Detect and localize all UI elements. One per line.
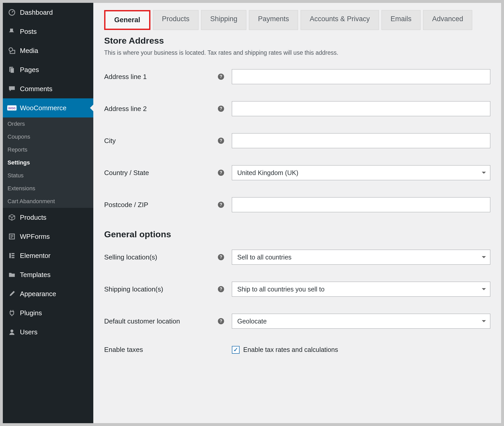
label-city: City — [104, 137, 218, 145]
row-selling-locations: Selling location(s) ? Sell to all countr… — [104, 250, 490, 265]
help-icon[interactable]: ? — [218, 106, 224, 112]
tab-advanced[interactable]: Advanced — [423, 10, 472, 30]
sidebar-item-label: Appearance — [20, 290, 56, 298]
help-icon[interactable]: ? — [218, 318, 224, 324]
checkbox-enable-taxes[interactable]: ✓ — [232, 346, 240, 354]
box-icon — [7, 213, 16, 222]
svg-rect-3 — [10, 68, 14, 73]
sidebar-item-media[interactable]: Media — [3, 41, 93, 60]
sidebar-item-templates[interactable]: Templates — [3, 265, 93, 284]
comment-icon — [7, 84, 16, 93]
checkbox-enable-taxes-wrapper[interactable]: ✓ Enable tax rates and calculations — [232, 346, 490, 354]
label-country: Country / State — [104, 169, 218, 177]
label-default-customer-location: Default customer location — [104, 317, 218, 325]
svg-point-1 — [9, 48, 13, 51]
label-enable-taxes: Enable taxes — [104, 346, 218, 354]
select-selling-locations[interactable]: Sell to all countries — [232, 250, 490, 265]
select-selling-value: Sell to all countries — [237, 254, 292, 261]
pin-icon — [7, 27, 16, 36]
help-icon[interactable]: ? — [218, 74, 224, 80]
sidebar-item-appearance[interactable]: Appearance — [3, 284, 93, 303]
chevron-down-icon — [482, 256, 486, 258]
sidebar-item-products[interactable]: Products — [3, 208, 93, 227]
row-enable-taxes: Enable taxes ✓ Enable tax rates and calc… — [104, 346, 490, 354]
sidebar-item-label: Posts — [20, 28, 37, 36]
checkbox-enable-taxes-label: Enable tax rates and calculations — [243, 346, 338, 353]
submenu-item-cart-abandonment[interactable]: Cart Abandonment — [3, 195, 93, 208]
sidebar-item-wpforms[interactable]: WPForms — [3, 227, 93, 246]
user-icon — [7, 328, 16, 336]
tab-emails[interactable]: Emails — [381, 10, 421, 30]
tab-products[interactable]: Products — [153, 10, 199, 30]
store-address-desc: This is where your business is located. … — [104, 49, 490, 56]
help-icon[interactable]: ? — [218, 138, 224, 144]
chevron-down-icon — [482, 288, 486, 290]
help-icon[interactable]: ? — [218, 202, 224, 208]
media-icon — [7, 46, 16, 55]
select-country[interactable]: United Kingdom (UK) — [232, 165, 490, 180]
sidebar-item-label: WooCommerce — [20, 104, 66, 112]
tab-payments[interactable]: Payments — [249, 10, 298, 30]
sidebar-item-pages[interactable]: Pages — [3, 60, 93, 79]
admin-sidebar: Dashboard Posts Media Pages Comments woo… — [3, 3, 93, 423]
sidebar-item-users[interactable]: Users — [3, 322, 93, 342]
dashboard-icon — [7, 8, 16, 17]
submenu-item-orders[interactable]: Orders — [3, 117, 93, 130]
sidebar-item-label: Comments — [20, 85, 52, 93]
sidebar-item-elementor[interactable]: Elementor — [3, 246, 93, 265]
select-default-value: Geolocate — [237, 318, 267, 325]
select-shipping-value: Ship to all countries you sell to — [237, 286, 325, 293]
sidebar-item-label: Pages — [20, 66, 39, 74]
svg-point-9 — [10, 329, 13, 332]
sidebar-item-plugins[interactable]: Plugins — [3, 303, 93, 322]
sidebar-item-comments[interactable]: Comments — [3, 79, 93, 98]
label-shipping-locations: Shipping location(s) — [104, 285, 218, 293]
brush-icon — [7, 289, 16, 298]
svg-rect-7 — [12, 255, 14, 256]
sidebar-item-label: Plugins — [20, 309, 42, 317]
woocommerce-submenu: Orders Coupons Reports Settings Status E… — [3, 117, 93, 208]
input-address2[interactable] — [232, 101, 490, 116]
sidebar-item-posts[interactable]: Posts — [3, 22, 93, 41]
svg-rect-6 — [12, 253, 14, 254]
sidebar-item-label: Templates — [20, 271, 51, 279]
help-icon[interactable]: ? — [218, 170, 224, 176]
form-icon — [7, 232, 16, 241]
pages-icon — [7, 65, 16, 74]
svg-rect-5 — [9, 253, 11, 258]
sidebar-item-woocommerce[interactable]: woo WooCommerce — [3, 98, 93, 117]
submenu-item-status[interactable]: Status — [3, 169, 93, 182]
settings-main: General Products Shipping Payments Accou… — [93, 3, 501, 423]
tab-accounts-privacy[interactable]: Accounts & Privacy — [301, 10, 379, 30]
submenu-item-extensions[interactable]: Extensions — [3, 182, 93, 195]
select-country-value: United Kingdom (UK) — [237, 169, 298, 177]
chevron-down-icon — [482, 172, 486, 174]
submenu-item-settings[interactable]: Settings — [3, 156, 93, 169]
select-shipping-locations[interactable]: Ship to all countries you sell to — [232, 282, 490, 297]
sidebar-item-label: Elementor — [20, 252, 51, 260]
help-icon[interactable]: ? — [218, 254, 224, 260]
row-address1: Address line 1 ? — [104, 69, 490, 84]
submenu-item-reports[interactable]: Reports — [3, 143, 93, 156]
select-default-customer-location[interactable]: Geolocate — [232, 314, 490, 329]
label-address2: Address line 2 — [104, 105, 218, 113]
chevron-down-icon — [482, 320, 486, 322]
input-city[interactable] — [232, 133, 490, 148]
sidebar-item-label: WPForms — [20, 233, 50, 241]
label-postcode: Postcode / ZIP — [104, 201, 218, 209]
help-icon[interactable]: ? — [218, 286, 224, 292]
row-shipping-locations: Shipping location(s) ? Ship to all count… — [104, 282, 490, 297]
input-address1[interactable] — [232, 69, 490, 84]
plug-icon — [7, 309, 16, 317]
woo-icon: woo — [7, 104, 16, 112]
sidebar-item-dashboard[interactable]: Dashboard — [3, 3, 93, 22]
label-address1: Address line 1 — [104, 73, 218, 81]
elementor-icon — [7, 251, 16, 260]
sidebar-item-label: Dashboard — [20, 9, 53, 17]
tab-shipping[interactable]: Shipping — [201, 10, 246, 30]
submenu-item-coupons[interactable]: Coupons — [3, 130, 93, 143]
sidebar-item-label: Users — [20, 328, 37, 336]
sidebar-item-label: Products — [20, 214, 47, 222]
input-postcode[interactable] — [232, 197, 490, 212]
tab-general[interactable]: General — [104, 10, 150, 30]
